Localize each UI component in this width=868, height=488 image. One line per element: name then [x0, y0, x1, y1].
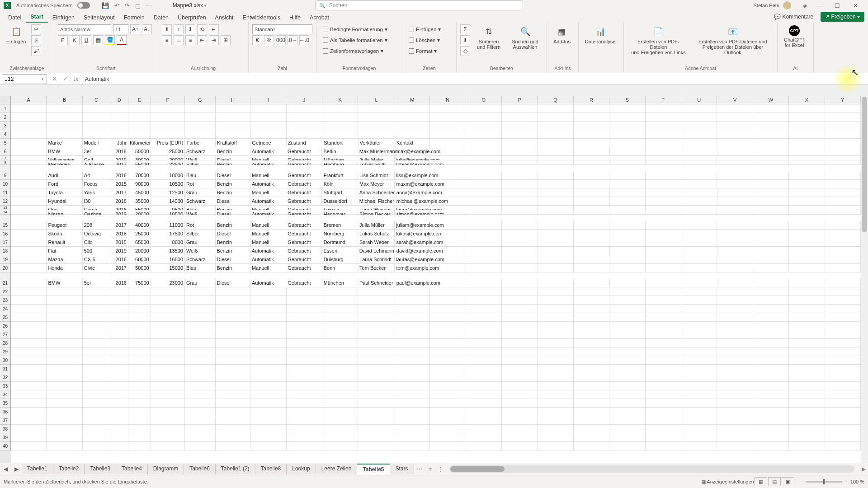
cell[interactable] [753, 416, 789, 425]
cell[interactable] [825, 147, 861, 156]
cell[interactable] [609, 210, 645, 215]
cell[interactable]: Silber [185, 160, 215, 165]
cell[interactable] [574, 238, 609, 247]
cell[interactable] [646, 130, 681, 139]
increase-indent-icon[interactable]: ⇥ [209, 35, 219, 45]
cell[interactable] [646, 221, 681, 230]
cell[interactable] [825, 264, 861, 272]
cell[interactable] [574, 113, 609, 122]
cell[interactable] [395, 122, 430, 130]
cell[interactable] [466, 365, 502, 373]
cell[interactable]: 55000 [128, 206, 151, 210]
maximize-button[interactable]: ☐ [828, 2, 846, 9]
cell[interactable] [151, 382, 185, 390]
cell[interactable] [502, 139, 538, 147]
cell[interactable] [825, 382, 861, 390]
cell[interactable]: Gebraucht [286, 188, 322, 197]
cell[interactable]: Manuell [250, 264, 286, 272]
cell[interactable] [216, 113, 250, 122]
cell[interactable] [753, 339, 789, 347]
cell[interactable]: Diesel [216, 230, 250, 238]
cell[interactable] [110, 347, 128, 356]
cell[interactable] [717, 122, 753, 130]
cell[interactable] [717, 147, 753, 156]
cell[interactable] [47, 322, 82, 330]
column-header-N[interactable]: N [430, 96, 466, 104]
cell[interactable] [358, 442, 395, 450]
cell[interactable] [185, 433, 216, 442]
cell[interactable] [11, 305, 47, 313]
cell[interactable] [47, 433, 82, 442]
cell[interactable] [717, 255, 753, 264]
cell[interactable] [753, 433, 789, 442]
cell[interactable]: lauras@example.com [395, 255, 430, 264]
cell[interactable]: 2018 [110, 197, 128, 206]
cell[interactable] [11, 322, 47, 330]
cell[interactable] [151, 305, 185, 313]
cell[interactable] [646, 408, 681, 416]
cell[interactable] [430, 279, 466, 287]
cell[interactable] [287, 287, 322, 296]
cell[interactable] [430, 156, 466, 160]
cell[interactable] [466, 279, 502, 287]
cell[interactable] [430, 313, 466, 322]
cell[interactable] [502, 433, 538, 442]
cell[interactable]: 10500 [151, 180, 185, 188]
cell[interactable] [287, 399, 322, 408]
cell[interactable] [502, 347, 538, 356]
column-header-X[interactable]: X [789, 96, 825, 104]
cell[interactable]: Standort [322, 139, 358, 147]
cell[interactable] [646, 322, 681, 330]
cell[interactable]: BMW [47, 279, 82, 287]
cell[interactable] [287, 356, 322, 365]
row-header[interactable]: 21 [0, 279, 11, 287]
cell[interactable] [250, 408, 286, 416]
data-analysis-button[interactable]: 📊Datenanalyse [582, 24, 618, 45]
cell[interactable] [609, 442, 645, 450]
cell[interactable] [753, 264, 789, 272]
cell[interactable] [83, 305, 111, 313]
cell[interactable] [185, 296, 216, 305]
cell[interactable] [287, 416, 322, 425]
cell[interactable] [574, 287, 609, 296]
cell[interactable] [47, 104, 82, 113]
cell[interactable]: 16500 [151, 255, 185, 264]
cell[interactable] [825, 373, 861, 382]
cell[interactable] [789, 313, 825, 322]
cell[interactable] [609, 130, 645, 139]
cell[interactable] [609, 221, 645, 230]
cell[interactable] [151, 330, 185, 339]
cell[interactable] [83, 339, 111, 347]
filename[interactable]: Mappe3.xlsx [173, 2, 207, 9]
cell[interactable] [717, 206, 753, 210]
cell[interactable] [466, 156, 502, 160]
cell[interactable] [646, 305, 681, 313]
cell[interactable] [110, 130, 128, 139]
cell[interactable] [825, 347, 861, 356]
cell[interactable] [574, 171, 609, 180]
cell[interactable] [825, 156, 861, 160]
cell[interactable] [216, 296, 250, 305]
cell[interactable] [609, 322, 645, 330]
column-header-M[interactable]: M [395, 96, 430, 104]
cell[interactable] [825, 104, 861, 113]
cell[interactable] [609, 399, 645, 408]
cell[interactable] [609, 365, 645, 373]
cell[interactable] [646, 264, 681, 272]
cell[interactable]: juliam@example.com [395, 221, 430, 230]
cell[interactable]: 2017 [110, 160, 128, 165]
cell[interactable] [574, 104, 609, 113]
cell[interactable] [717, 279, 753, 287]
font-family-combo[interactable]: Aptos Narrow [58, 24, 111, 34]
cell[interactable] [287, 322, 322, 330]
cell[interactable] [322, 313, 358, 322]
row-header[interactable]: 14 [0, 210, 11, 215]
row-header[interactable]: 17 [0, 238, 11, 247]
cell[interactable] [574, 339, 609, 347]
cell[interactable] [110, 356, 128, 365]
cell[interactable]: Grau [185, 279, 215, 287]
cell[interactable] [789, 425, 825, 433]
cell[interactable] [11, 206, 47, 210]
row-header[interactable]: 11 [0, 188, 11, 197]
cell[interactable] [83, 442, 111, 450]
